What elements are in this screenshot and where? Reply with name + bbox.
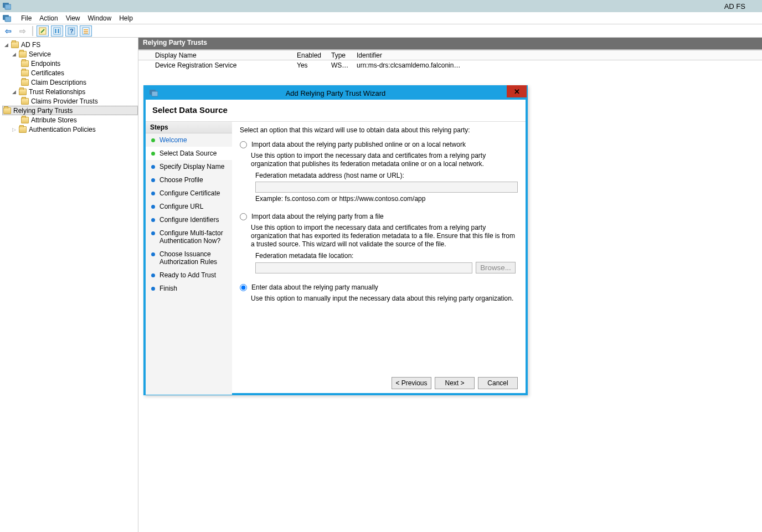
bullet-icon bbox=[151, 205, 155, 209]
radio-import-file[interactable] bbox=[240, 213, 247, 220]
twisty-icon[interactable]: ▷ bbox=[11, 127, 17, 132]
tree-root[interactable]: ◢ AD FS bbox=[2, 40, 138, 49]
tree-claims-provider[interactable]: Claims Provider Trusts bbox=[2, 96, 138, 106]
cancel-button[interactable]: Cancel bbox=[478, 377, 518, 389]
bullet-icon bbox=[151, 138, 155, 142]
tree-attribute-stores[interactable]: Attribute Stores bbox=[2, 115, 138, 125]
tree-service-label: Service bbox=[29, 50, 51, 58]
arrow-right-icon: ⇨ bbox=[19, 27, 26, 35]
metadata-file-label: Federation metadata file location: bbox=[255, 252, 518, 260]
wizard-title-bar[interactable]: Add Relying Party Trust Wizard ✕ bbox=[146, 86, 526, 100]
twisty-icon[interactable]: ◢ bbox=[11, 89, 17, 95]
option-desc: Use this option to import the necessary … bbox=[251, 152, 518, 168]
previous-button[interactable]: < Previous bbox=[392, 377, 431, 389]
step-ready[interactable]: Ready to Add Trust bbox=[146, 268, 232, 282]
step-identifiers[interactable]: Configure Identifiers bbox=[146, 213, 232, 226]
col-identifier[interactable]: Identifier bbox=[353, 51, 464, 59]
folder-icon bbox=[21, 98, 29, 105]
row-type: WS-T... bbox=[328, 61, 353, 69]
tree-certificates-label: Certificates bbox=[31, 69, 64, 77]
next-button[interactable]: Next > bbox=[435, 377, 475, 389]
option-manual[interactable]: Enter data about the relying party manua… bbox=[240, 283, 518, 291]
close-icon: ✕ bbox=[514, 87, 520, 96]
help-icon: ? bbox=[68, 27, 75, 35]
option-import-online[interactable]: Import data about the relying party publ… bbox=[240, 141, 518, 148]
folder-icon bbox=[19, 126, 27, 133]
tree-claims-provider-label: Claims Provider Trusts bbox=[31, 97, 98, 105]
adfs-icon bbox=[149, 89, 158, 97]
bullet-icon bbox=[151, 231, 155, 235]
menu-action[interactable]: Action bbox=[39, 14, 58, 22]
tree-trust-rel-label: Trust Relationships bbox=[29, 88, 85, 96]
forward-button: ⇨ bbox=[17, 25, 29, 37]
step-profile[interactable]: Choose Profile bbox=[146, 173, 232, 187]
toolbar-refresh-button[interactable] bbox=[37, 25, 49, 37]
tree-relying-party[interactable]: Relying Party Trusts bbox=[2, 106, 138, 115]
properties-icon bbox=[53, 27, 61, 35]
folder-icon bbox=[11, 42, 19, 48]
metadata-url-example: Example: fs.contoso.com or https://www.c… bbox=[255, 195, 518, 203]
close-button[interactable]: ✕ bbox=[507, 85, 527, 97]
folder-icon bbox=[21, 79, 29, 86]
twisty-icon[interactable]: ◢ bbox=[3, 42, 9, 48]
step-welcome[interactable]: Welcome bbox=[146, 133, 232, 147]
radio-import-online[interactable] bbox=[240, 141, 247, 148]
menu-view[interactable]: View bbox=[66, 14, 80, 22]
browse-button[interactable]: Browse... bbox=[476, 262, 516, 273]
option-desc: Use this option to manually input the ne… bbox=[251, 295, 518, 303]
col-enabled[interactable]: Enabled bbox=[294, 51, 328, 59]
tree-pane[interactable]: ◢ AD FS ◢ Service Endpoints Certificates… bbox=[0, 38, 138, 532]
radio-manual[interactable] bbox=[240, 284, 247, 291]
refresh-icon bbox=[39, 27, 47, 35]
bullet-icon bbox=[151, 192, 155, 195]
toolbar-help-button[interactable]: ? bbox=[65, 25, 78, 37]
step-certificate[interactable]: Configure Certificate bbox=[146, 187, 232, 200]
svg-rect-3 bbox=[5, 17, 11, 22]
wizard-title: Add Relying Party Trust Wizard bbox=[286, 89, 386, 97]
tree-claim-descriptions[interactable]: Claim Descriptions bbox=[2, 78, 138, 87]
bullet-icon bbox=[151, 252, 155, 256]
metadata-file-input[interactable] bbox=[255, 262, 472, 273]
folder-icon bbox=[19, 89, 27, 95]
tree-certificates[interactable]: Certificates bbox=[2, 68, 138, 78]
wizard-footer: < Previous Next > Cancel bbox=[392, 377, 518, 389]
menu-help[interactable]: Help bbox=[119, 14, 133, 22]
menu-window[interactable]: Window bbox=[88, 14, 112, 22]
toolbar-list-button[interactable] bbox=[80, 25, 92, 37]
svg-rect-11 bbox=[84, 29, 88, 30]
col-type[interactable]: Type bbox=[328, 51, 353, 59]
step-finish[interactable]: Finish bbox=[146, 282, 232, 295]
wizard-content: Select an option that this wizard will u… bbox=[232, 121, 526, 395]
svg-text:?: ? bbox=[70, 28, 74, 34]
tree-endpoints-label: Endpoints bbox=[31, 60, 60, 68]
table-row[interactable]: Device Registration Service Yes WS-T... … bbox=[138, 60, 762, 70]
menu-file[interactable]: File bbox=[21, 14, 32, 22]
tree-service[interactable]: ◢ Service bbox=[2, 49, 138, 59]
step-display-name[interactable]: Specify Display Name bbox=[146, 160, 232, 173]
row-enabled: Yes bbox=[294, 61, 328, 69]
tree-attr-stores-label: Attribute Stores bbox=[31, 116, 77, 124]
step-mfa[interactable]: Configure Multi-factor Authentication No… bbox=[146, 226, 232, 247]
tree-auth-policies[interactable]: ▷ Authentication Policies bbox=[2, 125, 138, 134]
tree-trust-relationships[interactable]: ◢ Trust Relationships bbox=[2, 87, 138, 96]
bullet-icon bbox=[151, 218, 155, 222]
step-issuance[interactable]: Choose Issuance Authorization Rules bbox=[146, 247, 232, 268]
toolbar-properties-button[interactable] bbox=[51, 25, 63, 37]
option-import-file[interactable]: Import data about the relying party from… bbox=[240, 213, 518, 220]
tool-bar: ⇦ ⇨ ? bbox=[0, 24, 762, 38]
col-display[interactable]: Display Name bbox=[152, 51, 294, 59]
tree-claim-desc-label: Claim Descriptions bbox=[31, 79, 86, 86]
step-select-data-source[interactable]: Select Data Source bbox=[146, 147, 232, 160]
tree-relying-party-label: Relying Party Trusts bbox=[13, 107, 73, 115]
step-url[interactable]: Configure URL bbox=[146, 200, 232, 213]
back-button[interactable]: ⇦ bbox=[2, 25, 14, 37]
svg-rect-5 bbox=[54, 28, 60, 34]
tree-endpoints[interactable]: Endpoints bbox=[2, 59, 138, 68]
metadata-url-label: Federation metadata address (host name o… bbox=[255, 172, 518, 179]
twisty-icon[interactable]: ◢ bbox=[11, 51, 17, 57]
metadata-url-input[interactable] bbox=[255, 182, 518, 193]
svg-rect-6 bbox=[55, 29, 56, 33]
svg-rect-13 bbox=[84, 33, 88, 34]
svg-rect-15 bbox=[152, 91, 158, 96]
folder-icon bbox=[21, 70, 29, 76]
